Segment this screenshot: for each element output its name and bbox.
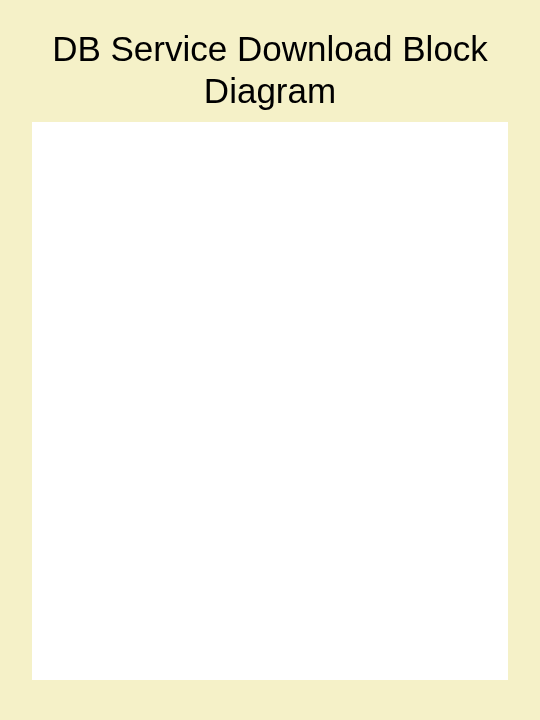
slide-title: DB Service Download Block Diagram: [0, 0, 540, 112]
title-line-2: Diagram: [204, 71, 336, 110]
title-line-1: DB Service Download Block: [52, 29, 488, 68]
diagram-content-area: [32, 122, 508, 680]
